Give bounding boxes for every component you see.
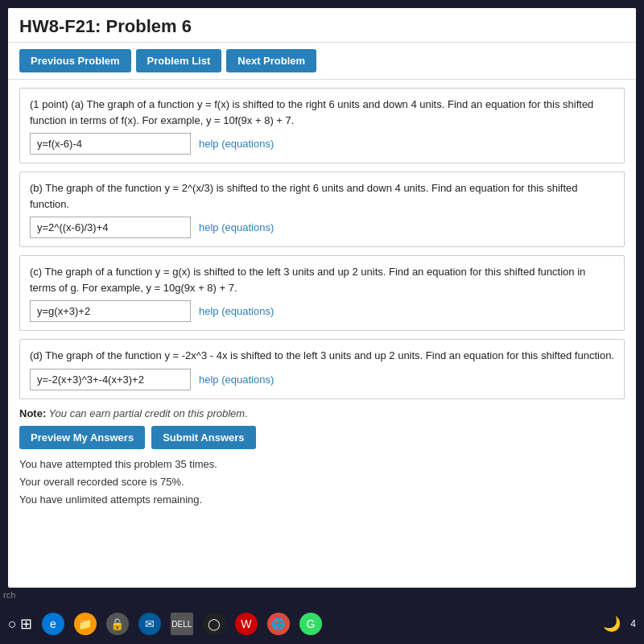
problem-list-button[interactable]: Problem List	[136, 49, 222, 72]
preview-answers-button[interactable]: Preview My Answers	[19, 426, 145, 449]
taskbar-search-area: ○ ⊞	[8, 615, 32, 633]
problem-d-section: (d) The graph of the function y = -2x^3 …	[19, 339, 625, 399]
mail-icon[interactable]: ✉	[138, 613, 161, 635]
chrome-icon[interactable]: 🌐	[267, 613, 290, 635]
attempt-line-3: You have unlimited attempts remaining.	[19, 491, 625, 509]
problem-a-input[interactable]	[30, 133, 191, 155]
problem-c-text: (c) The graph of a function y = g(x) is …	[30, 264, 614, 295]
problem-b-section: (b) The graph of the function y = 2^(x/3…	[19, 171, 625, 247]
problem-d-input[interactable]	[30, 369, 191, 390]
problem-d-help-link[interactable]: help (equations)	[199, 374, 274, 386]
screen-label: rch	[3, 590, 15, 600]
page-title: HW8-F21: Problem 6	[19, 16, 625, 37]
app-icon[interactable]: G	[299, 613, 322, 635]
attempt-info: You have attempted this problem 35 times…	[19, 456, 625, 509]
dell-logo: DELL	[171, 613, 193, 635]
note-text: You can earn partial credit on this prob…	[49, 407, 248, 419]
problem-b-answer-row: help (equations)	[30, 217, 614, 238]
submit-answers-button[interactable]: Submit Answers	[151, 426, 255, 449]
problem-c-help-link[interactable]: help (equations)	[199, 305, 274, 317]
problem-b-text: (b) The graph of the function y = 2^(x/3…	[30, 180, 614, 212]
problem-b-help-link[interactable]: help (equations)	[199, 221, 274, 233]
taskview-icon: ⊞	[20, 615, 32, 633]
action-bar: Preview My Answers Submit Answers	[19, 426, 625, 449]
search-circle-icon: ○	[8, 616, 17, 633]
folder-icon[interactable]: 📁	[74, 613, 97, 635]
note-label: Note:	[19, 407, 46, 419]
attempt-line-1: You have attempted this problem 35 times…	[19, 456, 625, 473]
shield-icon[interactable]: 🔒	[106, 613, 129, 635]
prev-problem-button[interactable]: Previous Problem	[19, 49, 131, 72]
problem-d-text: (d) The graph of the function y = -2x^3 …	[30, 348, 614, 364]
problem-a-section: (1 point) (a) The graph of a function y …	[19, 88, 625, 163]
dell-text: DELL	[171, 620, 192, 629]
taskbar: ○ ⊞ e 📁 🔒 ✉ DELL ◯ W 🌐 G 🌙 4	[0, 604, 644, 644]
cortana-icon[interactable]: ◯	[203, 613, 225, 635]
attempt-line-2: Your overall recorded score is 75%.	[19, 473, 625, 491]
problem-c-input[interactable]	[30, 300, 191, 322]
next-problem-button[interactable]: Next Problem	[226, 49, 316, 72]
problem-a-answer-row: help (equations)	[30, 133, 614, 155]
content-area: (1 point) (a) The graph of a function y …	[8, 80, 636, 571]
edge-icon[interactable]: e	[42, 613, 64, 635]
problem-d-answer-row: help (equations)	[30, 369, 614, 390]
navigation-bar: Previous Problem Problem List Next Probl…	[8, 43, 636, 80]
moon-icon: 🌙	[603, 615, 621, 633]
taskbar-time: 4	[630, 618, 636, 630]
note-section: Note: You can earn partial credit on thi…	[19, 407, 625, 419]
problem-c-section: (c) The graph of a function y = g(x) is …	[19, 255, 625, 331]
problem-a-help-link[interactable]: help (equations)	[199, 138, 274, 150]
problem-a-text: (1 point) (a) The graph of a function y …	[30, 97, 614, 128]
problem-b-input[interactable]	[30, 217, 191, 238]
office-icon[interactable]: W	[235, 613, 258, 635]
problem-c-answer-row: help (equations)	[30, 300, 614, 322]
